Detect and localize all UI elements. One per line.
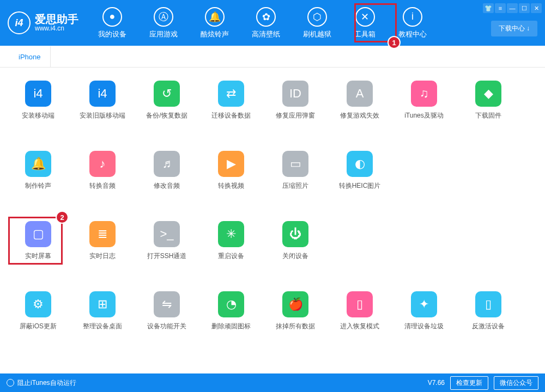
tool-label: 转换视频 [218, 181, 244, 191]
tool-15[interactable]: ≣实时日志 [81, 221, 124, 261]
annotation-badge-2: 2 [56, 211, 69, 224]
nav-label: 高清壁纸 [252, 29, 280, 39]
tool-icon: ✦ [411, 291, 437, 317]
tool-icon: ID [282, 81, 308, 107]
tab-iphone[interactable]: iPhone [9, 46, 51, 67]
nav-label: 工具箱 [354, 29, 376, 39]
nav-item-flower[interactable]: ✿高清壁纸 [249, 5, 283, 41]
tool-12[interactable]: ▭压缩照片 [274, 151, 317, 191]
download-center-button[interactable]: 下载中心 ↓ [491, 21, 537, 36]
tool-label: 安装旧版移动端 [80, 111, 125, 120]
tool-13[interactable]: ◐转换HEIC图片 [338, 151, 382, 191]
tool-label: 转换HEIC图片 [339, 181, 381, 191]
tool-label: 迁移设备数据 [211, 111, 251, 120]
tool-17[interactable]: ✳重启设备 [209, 221, 253, 261]
minimize-button[interactable]: — [507, 3, 518, 13]
close-button[interactable]: ✕ [531, 3, 542, 13]
box-icon: ⬡ [307, 7, 327, 27]
logo[interactable]: i4 爱思助手 www.i4.cn [8, 11, 78, 34]
tool-0[interactable]: i4安装移动端 [16, 81, 60, 120]
nav-item-box[interactable]: ⬡刷机越狱 [300, 5, 335, 41]
tool-label: 整理设备桌面 [83, 322, 122, 331]
info-icon: i [403, 7, 422, 27]
tool-icon: i4 [89, 81, 116, 107]
logo-icon: i4 [8, 11, 31, 34]
tool-label: 屏蔽iOS更新 [20, 322, 57, 331]
tool-icon: ♪ [89, 151, 116, 177]
tool-icon: 🔔 [25, 151, 51, 177]
wechat-button[interactable]: 微信公众号 [494, 376, 538, 390]
tool-icon: ⏻ [282, 221, 308, 247]
tool-16[interactable]: >_打开SSH通道 [145, 221, 189, 261]
tool-label: 安装移动端 [22, 111, 55, 120]
tool-label: 制作铃声 [25, 181, 51, 191]
tool-label: 关闭设备 [282, 252, 308, 261]
tool-20[interactable]: ⊞整理设备桌面 [81, 291, 124, 331]
tool-icon: ⚙ [25, 291, 51, 317]
tool-2[interactable]: ↺备份/恢复数据 [145, 81, 189, 120]
tool-icon: 🍎 [282, 291, 308, 317]
tool-23[interactable]: 🍎抹掉所有数据 [274, 291, 317, 331]
tool-24[interactable]: ▯进入恢复模式 [338, 291, 382, 331]
content-area: i4安装移动端i4安装旧版移动端↺备份/恢复数据⇄迁移设备数据ID修复应用弹窗A… [0, 68, 545, 370]
tool-1[interactable]: i4安装旧版移动端 [81, 81, 124, 120]
tool-icon: ✳ [218, 221, 244, 247]
tool-label: 修复应用弹窗 [276, 111, 315, 120]
tool-8[interactable]: 🔔制作铃声 [16, 151, 60, 191]
tool-19[interactable]: ⚙屏蔽iOS更新 [16, 291, 60, 331]
tool-icon: ♫ [411, 81, 437, 107]
tool-label: 抹掉所有数据 [276, 322, 315, 331]
tool-5[interactable]: A修复游戏失效 [338, 81, 382, 120]
nav-item-appstore[interactable]: Ⓐ应用游戏 [146, 5, 181, 41]
tab-bar: iPhone [0, 46, 545, 68]
nav-item-info[interactable]: i教程中心 [395, 5, 430, 41]
tool-icon: ◔ [218, 291, 244, 317]
tool-21[interactable]: ⇋设备功能开关 [145, 291, 189, 331]
tool-icon: i4 [25, 81, 51, 107]
nav-label: 教程中心 [398, 29, 427, 39]
tool-14[interactable]: ▢实时屏幕2 [16, 221, 60, 261]
window-controls: 👕 ≡ — ☐ ✕ [483, 3, 542, 13]
check-update-button[interactable]: 检查更新 [450, 376, 488, 390]
nav-item-apple[interactable]: ●我的设备 [95, 5, 130, 41]
tool-icon: ♬ [154, 151, 180, 177]
tool-6[interactable]: ♫iTunes及驱动 [402, 81, 446, 120]
status-icon [7, 379, 14, 387]
menu-icon[interactable]: ≡ [495, 3, 506, 13]
tool-label: 删除顽固图标 [211, 322, 251, 331]
footer: 阻止iTunes自动运行 V7.66 检查更新 微信公众号 [0, 373, 545, 392]
tool-3[interactable]: ⇄迁移设备数据 [209, 81, 253, 120]
tool-label: 清理设备垃圾 [404, 322, 444, 331]
footer-status-text[interactable]: 阻止iTunes自动运行 [17, 378, 76, 388]
tool-9[interactable]: ♪转换音频 [81, 151, 124, 191]
nav-label: 我的设备 [98, 29, 126, 39]
version-label: V7.66 [428, 379, 445, 387]
header: i4 爱思助手 www.i4.cn ●我的设备Ⓐ应用游戏🔔酷炫铃声✿高清壁纸⬡刷… [0, 0, 545, 46]
nav-item-bell[interactable]: 🔔酷炫铃声 [197, 5, 232, 41]
tool-icon: ▶ [218, 151, 244, 177]
tool-26[interactable]: ▯反激活设备 [467, 291, 510, 331]
tool-icon: ▭ [282, 151, 308, 177]
tool-18[interactable]: ⏻关闭设备 [274, 221, 317, 261]
nav-label: 酷炫铃声 [201, 29, 229, 39]
nav-item-tools[interactable]: ✕工具箱 [351, 5, 379, 41]
tool-label: 备份/恢复数据 [146, 111, 187, 120]
tool-4[interactable]: ID修复应用弹窗 [274, 81, 317, 120]
tool-label: 压缩照片 [282, 181, 308, 191]
tool-25[interactable]: ✦清理设备垃圾 [402, 291, 446, 331]
tool-icon: ◐ [347, 151, 373, 177]
tool-10[interactable]: ♬修改音频 [145, 151, 189, 191]
shirt-icon[interactable]: 👕 [483, 3, 494, 13]
tool-icon: ◆ [475, 81, 501, 107]
nav-label: 刷机越狱 [303, 29, 331, 39]
tool-label: 进入恢复模式 [340, 322, 379, 331]
tool-icon: ⊞ [89, 291, 116, 317]
tool-icon: ↺ [154, 81, 180, 107]
tool-11[interactable]: ▶转换视频 [209, 151, 253, 191]
logo-subtitle: www.i4.cn [35, 25, 78, 32]
logo-title: 爱思助手 [35, 13, 78, 25]
tool-22[interactable]: ◔删除顽固图标 [209, 291, 253, 331]
tool-7[interactable]: ◆下载固件 [467, 81, 510, 120]
maximize-button[interactable]: ☐ [519, 3, 530, 13]
tool-label: 修复游戏失效 [340, 111, 379, 120]
